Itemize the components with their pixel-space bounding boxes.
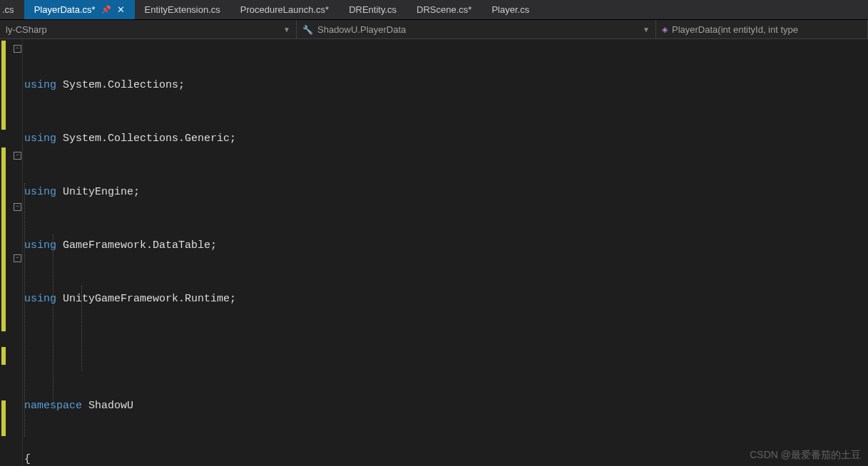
- close-icon[interactable]: ✕: [117, 4, 125, 15]
- tab-active[interactable]: PlayerData.cs* 📌 ✕: [24, 0, 135, 19]
- gutter: − − − −: [0, 39, 23, 466]
- chevron-down-icon: ▼: [643, 26, 650, 33]
- change-marker: [1, 347, 6, 365]
- tab-item[interactable]: Player.cs: [481, 0, 539, 19]
- editor-tabs: .cs PlayerData.cs* 📌 ✕ EntityExtension.c…: [0, 0, 868, 20]
- code-area[interactable]: using System.Collections; using System.C…: [23, 39, 868, 466]
- nav-project-label: ly-CSharp: [6, 24, 47, 35]
- nav-member-label: PlayerData(int entityId, int type: [672, 24, 798, 35]
- nav-project[interactable]: ly-CSharp ▼: [0, 20, 297, 38]
- fold-icon[interactable]: −: [14, 203, 21, 211]
- pin-icon[interactable]: 📌: [101, 5, 111, 14]
- nav-class-label: ShadowU.PlayerData: [317, 24, 406, 35]
- chevron-down-icon: ▼: [283, 26, 290, 33]
- change-marker: [1, 41, 6, 130]
- code-editor[interactable]: − − − − using System.Collections; using …: [0, 39, 868, 466]
- tab-label: PlayerData.cs*: [34, 4, 96, 15]
- tab-partial[interactable]: .cs: [0, 0, 24, 19]
- nav-class[interactable]: 🔧ShadowU.PlayerData ▼: [297, 20, 656, 38]
- watermark: CSDN @最爱番茄的土豆: [750, 449, 861, 462]
- wrench-icon: 🔧: [302, 25, 313, 35]
- fold-icon[interactable]: −: [14, 254, 21, 262]
- nav-member[interactable]: ◈PlayerData(int entityId, int type: [656, 20, 868, 38]
- tab-item[interactable]: EntityExtension.cs: [135, 0, 230, 19]
- fold-icon[interactable]: −: [14, 152, 21, 160]
- tab-item[interactable]: DRScene.cs*: [407, 0, 481, 19]
- change-marker: [1, 147, 6, 331]
- cube-icon: ◈: [662, 25, 668, 34]
- tab-item[interactable]: ProcedureLaunch.cs*: [230, 0, 339, 19]
- fold-icon[interactable]: −: [14, 45, 21, 53]
- change-marker: [1, 400, 6, 436]
- nav-bar: ly-CSharp ▼ 🔧ShadowU.PlayerData ▼ ◈Playe…: [0, 20, 868, 39]
- tab-item[interactable]: DREntity.cs: [339, 0, 407, 19]
